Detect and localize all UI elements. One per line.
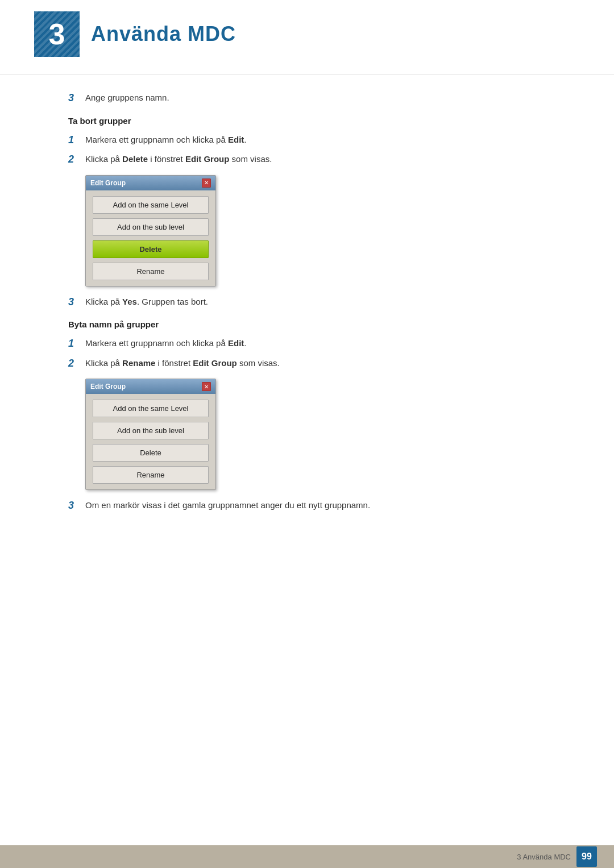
section1-step2-text: Klicka på Delete i fönstret Edit Group s… xyxy=(85,153,272,166)
dialog2-btn-add-sub[interactable]: Add on the sub level xyxy=(93,422,209,439)
page-footer: 3 Använda MDC 99 xyxy=(0,845,614,868)
section2-step2-text: Klicka på Rename i fönstret Edit Group s… xyxy=(85,357,280,370)
dialog1-titlebar: Edit Group ✕ xyxy=(86,176,215,190)
page-number-badge: 99 xyxy=(576,846,597,867)
dialog2-close-button[interactable]: ✕ xyxy=(202,382,211,391)
section2-step1-num: 1 xyxy=(68,337,85,350)
dialog1-title: Edit Group xyxy=(90,179,126,187)
footer-chapter-text: 3 Använda MDC xyxy=(517,853,571,861)
edit-group-dialog-1: Edit Group ✕ Add on the same Level Add o… xyxy=(85,175,216,286)
section1-step1: 1 Markera ett gruppnamn och klicka på Ed… xyxy=(68,134,546,147)
dialog1-body: Add on the same Level Add on the sub lev… xyxy=(86,190,215,286)
step-3-initial-num: 3 xyxy=(68,92,85,104)
dialog2-title: Edit Group xyxy=(90,383,126,391)
section1-step3: 3 Klicka på Yes. Gruppen tas bort. xyxy=(68,296,546,309)
dialog2-btn-delete[interactable]: Delete xyxy=(93,444,209,462)
section1-step2-num: 2 xyxy=(68,153,85,165)
section1-step1-text: Markera ett gruppnamn och klicka på Edit… xyxy=(85,134,246,147)
main-content: 3 Ange gruppens namn. Ta bort grupper 1 … xyxy=(0,80,614,564)
dialog1-btn-rename[interactable]: Rename xyxy=(93,263,209,280)
section1-step1-num: 1 xyxy=(68,134,85,146)
dialog2-btn-add-same[interactable]: Add on the same Level xyxy=(93,400,209,417)
dialog1-btn-add-sub[interactable]: Add on the sub level xyxy=(93,218,209,236)
dialog2-body: Add on the same Level Add on the sub lev… xyxy=(86,394,215,489)
dialog2-btn-rename[interactable]: Rename xyxy=(93,466,209,484)
step-3-initial-text: Ange gruppens namn. xyxy=(85,92,169,105)
dialog1-close-button[interactable]: ✕ xyxy=(202,178,211,188)
section2-step2-num: 2 xyxy=(68,357,85,369)
chapter-number-box: 3 xyxy=(34,11,80,57)
dialog1-btn-delete[interactable]: Delete xyxy=(93,240,209,258)
section2-step3: 3 Om en markör visas i det gamla gruppna… xyxy=(68,499,546,512)
section2-step3-num: 3 xyxy=(68,499,85,512)
section2-step1: 1 Markera ett gruppnamn och klicka på Ed… xyxy=(68,337,546,350)
dialog1-btn-add-same[interactable]: Add on the same Level xyxy=(93,196,209,214)
section-byta-heading: Byta namn på grupper xyxy=(68,319,546,329)
edit-group-dialog-2: Edit Group ✕ Add on the same Level Add o… xyxy=(85,379,216,490)
step-3-initial: 3 Ange gruppens namn. xyxy=(68,92,546,105)
section1-step3-num: 3 xyxy=(68,296,85,308)
chapter-number: 3 xyxy=(49,17,65,51)
section-ta-bort-heading: Ta bort grupper xyxy=(68,116,546,126)
chapter-header: 3 Använda MDC xyxy=(0,0,614,74)
section2-step2: 2 Klicka på Rename i fönstret Edit Group… xyxy=(68,357,546,370)
chapter-title: Använda MDC xyxy=(91,22,236,46)
section1-step3-text: Klicka på Yes. Gruppen tas bort. xyxy=(85,296,208,309)
dialog2-titlebar: Edit Group ✕ xyxy=(86,379,215,394)
section2-step1-text: Markera ett gruppnamn och klicka på Edit… xyxy=(85,337,246,350)
section2-step3-text: Om en markör visas i det gamla gruppnamn… xyxy=(85,499,370,512)
section1-step2: 2 Klicka på Delete i fönstret Edit Group… xyxy=(68,153,546,166)
